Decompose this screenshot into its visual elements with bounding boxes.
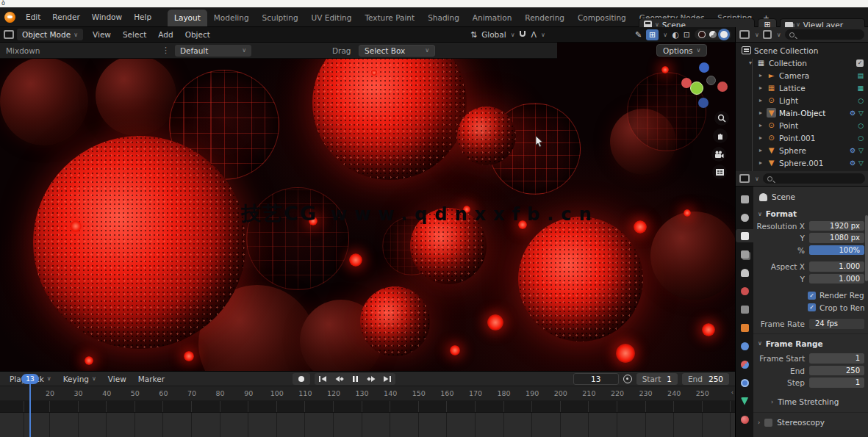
display-mode-icon[interactable]	[763, 30, 772, 39]
timeline-tracks[interactable]	[0, 401, 735, 437]
aspect-x-field[interactable]: 1.000	[809, 261, 864, 272]
gizmo-center[interactable]	[706, 76, 716, 85]
tab-rendering[interactable]: Rendering	[518, 10, 571, 26]
jump-to-start-button[interactable]	[315, 373, 331, 385]
disclosure-icon[interactable]: ▸	[758, 147, 764, 154]
shading-rendered-button[interactable]	[720, 31, 728, 38]
menu-window[interactable]: Window	[86, 10, 128, 24]
blender-logo-icon[interactable]	[4, 12, 15, 23]
tab-sculpting[interactable]: Sculpting	[256, 10, 305, 26]
tab-render[interactable]	[737, 211, 752, 224]
annotate-icon[interactable]: ✎	[635, 30, 642, 40]
outliner-row-lattice[interactable]: ▸ ▦ Lattice ▦	[736, 82, 868, 94]
disclosure-icon[interactable]: ▸	[758, 122, 764, 129]
tab-shading[interactable]: Shading	[421, 10, 466, 26]
overlays-icon[interactable]: ◐	[672, 30, 679, 40]
outliner-row-point[interactable]: ▸ ⊙ Point ○	[736, 119, 868, 131]
tab-layout[interactable]: Layout	[168, 10, 207, 26]
tab-scene[interactable]	[737, 266, 752, 279]
scrollbar[interactable]	[865, 215, 868, 281]
aspect-y-field[interactable]: 1.000	[809, 274, 864, 284]
outliner-row-light[interactable]: ▸ ⊙ Light ○	[736, 94, 868, 106]
outliner-row-collection[interactable]: ▾ ▦ Collection ✓	[736, 57, 868, 69]
tab-view-layer[interactable]	[737, 248, 752, 261]
tab-uv-editing[interactable]: UV Editing	[305, 10, 359, 26]
auto-keyframe-button[interactable]	[293, 373, 310, 385]
gizmo-z-axis-neg[interactable]	[698, 98, 709, 108]
outliner-search-input[interactable]	[785, 29, 864, 40]
light-data-icon[interactable]: ○	[858, 122, 864, 129]
preset-dropdown[interactable]: Default ∨	[175, 45, 251, 57]
outliner-row-camera[interactable]: ▸ ► Camera ▤	[736, 69, 868, 82]
tab-animation[interactable]: Animation	[466, 10, 519, 26]
outliner-row-scene-collection[interactable]: Scene Collection	[736, 44, 868, 57]
resolution-x-field[interactable]: 1920 px	[809, 221, 864, 231]
panel-time-stretching[interactable]: › Time Stretching	[770, 395, 864, 408]
ortho-grid-icon[interactable]	[712, 165, 727, 179]
tab-material[interactable]	[737, 413, 752, 426]
editor-type-icon[interactable]	[4, 30, 14, 39]
disclosure-icon[interactable]: ▸	[758, 72, 764, 79]
outliner-row-sphere-001[interactable]: ▸ ▼ Sphere.001 ⚙ ▽	[736, 156, 868, 169]
disclosure-icon[interactable]: ▸	[758, 84, 764, 91]
tab-texture-paint[interactable]: Texture Paint	[358, 10, 421, 26]
mesh-data-icon[interactable]: ▽	[858, 147, 864, 154]
menu-view[interactable]: View	[87, 29, 116, 40]
gizmo-z-axis[interactable]	[699, 62, 709, 73]
tab-object[interactable]	[737, 321, 752, 334]
resolution-y-field[interactable]: 1080 px	[809, 233, 864, 243]
viewport-3d[interactable]: 技艺CG www.qdnxxfb.cn Mixdown ⋮	[0, 43, 735, 371]
tab-compositing[interactable]: Compositing	[571, 10, 633, 26]
frame-end-field[interactable]: End 250	[682, 373, 729, 385]
snap-magnet-icon[interactable]	[519, 30, 526, 40]
disclosure-icon[interactable]: ▸	[758, 97, 764, 104]
timeline-ruler[interactable]: 20 30 40 50 60 70 80 90 100 110 120 130 …	[0, 386, 735, 401]
drag-tool-dropdown[interactable]: Select Box ∨	[359, 45, 435, 57]
shading-wireframe-button[interactable]	[698, 31, 706, 38]
disclosure-icon[interactable]: ▸	[758, 159, 764, 166]
current-frame-field[interactable]: 13	[573, 373, 619, 385]
frame-start-field[interactable]: Start 1	[636, 373, 678, 385]
stereoscopy-checkbox[interactable]	[764, 419, 772, 427]
mesh-data-icon[interactable]: ▽	[858, 159, 864, 167]
panel-frame-range[interactable]: ∨ Frame Range	[756, 337, 864, 350]
playhead-marker[interactable]: 13	[21, 374, 39, 384]
render-region-checkbox[interactable]: ✓	[808, 292, 816, 300]
transform-orientation-icon[interactable]: ⇅	[470, 30, 477, 40]
mode-dropdown[interactable]: Object Mode ∨	[17, 29, 83, 40]
ruler-collapse-icon[interactable]: ‹	[731, 389, 734, 396]
outliner-editor-icon[interactable]	[739, 30, 750, 39]
frame-step-field[interactable]: 1	[809, 378, 864, 388]
previous-keyframe-button[interactable]	[331, 373, 347, 385]
modifier-icon[interactable]: ⚙	[850, 147, 856, 154]
disclosure-icon[interactable]: ▸	[758, 134, 764, 141]
tab-world[interactable]	[737, 284, 752, 297]
pause-button[interactable]	[347, 373, 363, 385]
gizmo-x-axis-neg[interactable]	[717, 82, 728, 92]
frame-rate-field[interactable]: 24 fps	[809, 319, 864, 329]
menu-keying[interactable]: Keying∨	[58, 373, 101, 385]
options-button[interactable]: Options ∨	[656, 44, 707, 57]
zoom-icon[interactable]	[714, 111, 729, 126]
render-visibility-checkbox[interactable]: ✓	[856, 59, 864, 67]
light-data-icon[interactable]: ○	[858, 134, 864, 142]
menu-select[interactable]: Select	[118, 29, 151, 40]
panel-format[interactable]: ∨ Format	[756, 207, 864, 220]
menu-marker[interactable]: Marker	[133, 373, 170, 385]
panel-stereoscopy[interactable]: › Stereoscopy	[756, 416, 864, 429]
gizmo-y-axis[interactable]	[690, 82, 703, 95]
tab-output[interactable]	[736, 229, 753, 242]
orientation-label[interactable]: Global	[481, 30, 506, 39]
tab-tool[interactable]	[737, 192, 752, 206]
menu-add[interactable]: Add	[153, 29, 178, 40]
tab-physics[interactable]	[737, 376, 752, 389]
frame-end-field[interactable]: 250	[809, 366, 864, 376]
tab-particles[interactable]	[737, 358, 752, 371]
tab-modifiers[interactable]	[737, 339, 752, 353]
light-data-icon[interactable]: ○	[858, 97, 864, 104]
outliner-row-main-object[interactable]: ▸ ▼ Main-Object ⚙ ▽	[736, 106, 868, 119]
modifier-icon[interactable]: ⚙	[850, 159, 856, 167]
menu-edit[interactable]: Edit	[20, 10, 46, 24]
menu-help[interactable]: Help	[128, 10, 157, 24]
menu-object[interactable]: Object	[180, 29, 215, 40]
